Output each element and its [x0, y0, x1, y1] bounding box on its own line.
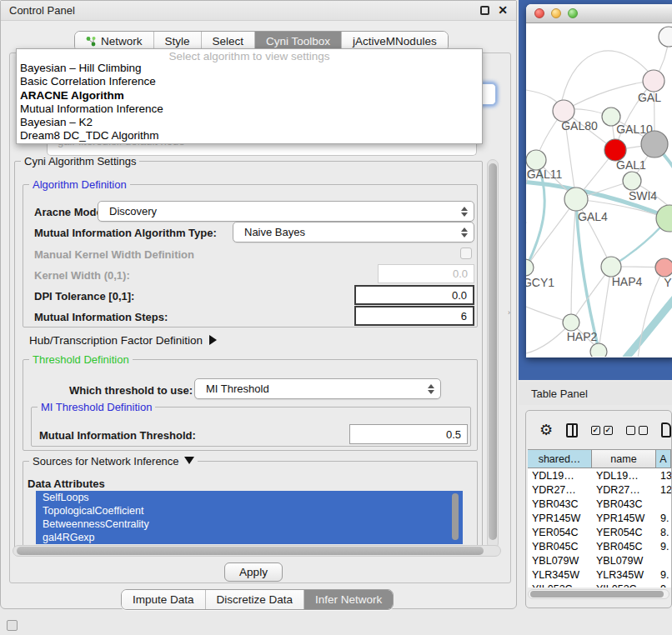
- mi-threshold-field[interactable]: 0.5: [349, 424, 468, 444]
- table-cell[interactable]: YPR145W: [592, 511, 656, 525]
- table-cell[interactable]: YDL19…: [528, 468, 592, 482]
- algorithm-option[interactable]: Basic Correlation Inference: [17, 75, 482, 88]
- list-scrollbar-thumb[interactable]: [452, 493, 459, 540]
- table-row[interactable]: YDR27…YDR27…12: [528, 482, 671, 497]
- table-cell[interactable]: YBR043C: [528, 497, 592, 511]
- scrollbar-thumb[interactable]: [530, 591, 664, 598]
- network-node-GAL4[interactable]: [564, 188, 588, 211]
- table-cell[interactable]: YDL19…: [592, 468, 656, 482]
- mi-steps-field[interactable]: 6: [354, 306, 474, 326]
- kernel-width-field[interactable]: 0.0: [378, 264, 474, 283]
- table-cell[interactable]: YER054C: [592, 525, 656, 539]
- table-cell[interactable]: 9.: [656, 511, 671, 525]
- table-cell[interactable]: 9.: [656, 539, 671, 553]
- float-window-icon[interactable]: [480, 6, 489, 15]
- algorithm-option[interactable]: Bayesian – K2: [17, 116, 482, 129]
- network-node-HAP4[interactable]: [601, 257, 621, 277]
- network-node-SWI4[interactable]: [623, 172, 641, 190]
- attribute-list-item[interactable]: gal4RGexp: [36, 531, 463, 544]
- algorithm-option[interactable]: Bayesian – Hill Climbing: [17, 62, 482, 75]
- table-cell[interactable]: 13: [656, 468, 671, 482]
- table-cell[interactable]: YIL052C: [528, 582, 592, 588]
- attribute-list-item[interactable]: TopologicalCoefficient: [36, 504, 463, 518]
- tab-infer-network[interactable]: Infer Network: [304, 590, 393, 609]
- manual-kernel-checkbox[interactable]: [460, 248, 472, 259]
- table-cell[interactable]: YPR145W: [528, 511, 592, 525]
- table-horizontal-scrollbar[interactable]: [528, 589, 669, 599]
- close-traffic-light-icon[interactable]: [534, 8, 544, 18]
- aracne-mode-combo[interactable]: Discovery: [98, 201, 474, 222]
- column-header-partial[interactable]: A: [656, 450, 671, 468]
- network-node-GCY1[interactable]: [526, 259, 534, 276]
- table-cell[interactable]: YDR27…: [592, 482, 656, 497]
- tab-label: Cyni Toolbox: [266, 35, 330, 48]
- table-row[interactable]: YIL052CYIL052C9.: [528, 582, 671, 588]
- node-table[interactable]: shared… name A YDL19…YDL19…13YDR27…YDR27…: [528, 449, 671, 588]
- table-row[interactable]: YLR345WYLR345W9.: [528, 568, 671, 582]
- column-layout-icon[interactable]: [566, 423, 578, 438]
- settings-gear-icon[interactable]: ⚙: [539, 422, 553, 438]
- collapsed-arrow-icon: [209, 335, 217, 345]
- settings-vertical-scrollbar[interactable]: [487, 159, 499, 549]
- hub-definition-toggle[interactable]: Hub/Transcription Factor Definition: [29, 334, 217, 347]
- minimize-traffic-light-icon[interactable]: [551, 8, 561, 18]
- table-cell[interactable]: YBR045C: [528, 539, 592, 553]
- table-row[interactable]: YPR145WYPR145W9.: [528, 511, 671, 525]
- sources-toggle[interactable]: Sources for Network Inference: [29, 455, 198, 468]
- table-cell[interactable]: YBR043C: [592, 497, 656, 511]
- network-node-unlabeled-gray[interactable]: [641, 131, 668, 158]
- table-cell[interactable]: [656, 497, 671, 511]
- combo-value: Naive Bayes: [244, 226, 305, 238]
- panel-grip-icon[interactable]: [7, 620, 18, 631]
- tab-impute-data[interactable]: Impute Data: [122, 590, 206, 609]
- table-row[interactable]: YBR045CYBR045C9.: [528, 539, 671, 553]
- scrollbar-thumb[interactable]: [17, 547, 484, 555]
- table-cell[interactable]: [656, 553, 671, 568]
- scrollbar-thumb[interactable]: [489, 163, 497, 540]
- algorithm-option[interactable]: Mutual Information Inference: [17, 102, 482, 116]
- apply-button[interactable]: Apply: [224, 562, 283, 582]
- table-cell[interactable]: YBR045C: [592, 539, 656, 553]
- table-cell[interactable]: 9.: [656, 582, 671, 588]
- data-attributes-list[interactable]: SelfLoopsTopologicalCoefficientBetweenne…: [36, 491, 463, 544]
- table-row[interactable]: YBR043CYBR043C: [528, 497, 671, 511]
- table-cell[interactable]: YLR345W: [592, 568, 656, 582]
- dpi-tolerance-field[interactable]: 0.0: [354, 285, 474, 305]
- network-node-unlabeled-green-right[interactable]: [656, 205, 672, 232]
- table-row[interactable]: YBL079WYBL079W: [528, 553, 671, 568]
- algorithm-option[interactable]: Dream8 DC_TDC Algorithm: [17, 129, 482, 142]
- network-node-salmon-partial[interactable]: [655, 258, 672, 277]
- network-node-unlabeled-bottom[interactable]: [590, 343, 607, 357]
- network-canvas[interactable]: GALGAL80GAL10GAL1GAL11SWI4GAL4GCY1HAP4YH…: [526, 23, 672, 357]
- tab-discretize-data[interactable]: Discretize Data: [206, 590, 305, 609]
- column-header-shared-name[interactable]: shared…: [528, 450, 592, 468]
- table-cell[interactable]: YLR345W: [528, 568, 592, 582]
- zoom-traffic-light-icon[interactable]: [568, 8, 578, 18]
- table-cell[interactable]: 8.: [656, 525, 671, 539]
- network-node-gal-partial[interactable]: [643, 70, 664, 92]
- network-view-window: GALGAL80GAL10GAL1GAL11SWI4GAL4GCY1HAP4YH…: [526, 4, 672, 358]
- table-cell[interactable]: YER054C: [528, 525, 592, 539]
- settings-horizontal-scrollbar[interactable]: [13, 545, 501, 557]
- table-row[interactable]: YER054CYER054C8.: [528, 525, 671, 539]
- table-cell[interactable]: YBL079W: [528, 553, 592, 568]
- table-row[interactable]: YDL19…YDL19…13: [528, 468, 671, 482]
- select-all-icon[interactable]: ✓✓: [591, 426, 613, 435]
- column-header-name[interactable]: name: [592, 450, 656, 468]
- algorithm-option[interactable]: ARACNE Algorithm: [17, 89, 482, 102]
- attribute-list-item[interactable]: SelfLoops: [36, 491, 463, 504]
- which-threshold-combo[interactable]: MI Threshold: [194, 378, 441, 399]
- mi-type-combo[interactable]: Naive Bayes: [233, 222, 474, 242]
- table-cell[interactable]: YBL079W: [592, 553, 656, 568]
- attribute-list-item[interactable]: BetweennessCentrality: [36, 518, 463, 531]
- deselect-all-icon[interactable]: [626, 426, 648, 435]
- table-cell[interactable]: YDR27…: [528, 482, 592, 497]
- file-icon[interactable]: [661, 422, 671, 438]
- table-cell[interactable]: YIL052C: [592, 582, 656, 588]
- network-node-HAP2[interactable]: [563, 314, 579, 331]
- table-cell[interactable]: 9.: [656, 568, 671, 582]
- splitter-handle-icon[interactable]: ›: [508, 308, 513, 317]
- table-cell[interactable]: 12: [656, 482, 671, 497]
- network-node-unlabeled-top[interactable]: [659, 27, 672, 47]
- close-icon[interactable]: ✕: [498, 6, 508, 15]
